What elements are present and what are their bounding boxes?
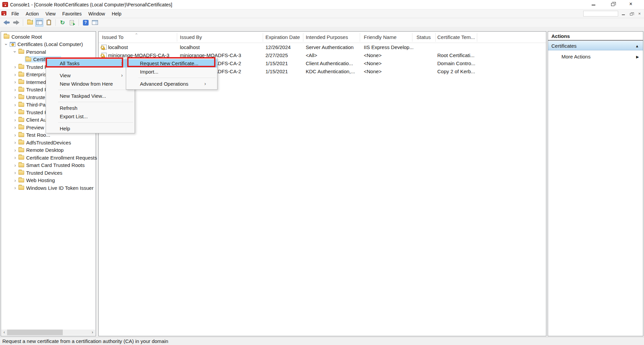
column-header-issued-to[interactable]: Issued To: [102, 32, 123, 43]
column-separator[interactable]: [263, 33, 263, 42]
menu-item-label: New Window from Here: [60, 81, 113, 87]
menu-window[interactable]: Window: [85, 9, 108, 18]
expand-icon[interactable]: ›: [12, 110, 18, 115]
expand-icon[interactable]: ›: [12, 140, 18, 145]
menu-item-export-list[interactable]: Export List...: [46, 112, 135, 121]
expand-icon[interactable]: ›: [12, 155, 18, 160]
folder-icon: [18, 80, 24, 84]
collapse-group-icon[interactable]: ▲: [635, 42, 639, 50]
menu-view[interactable]: View: [42, 9, 59, 18]
expand-icon[interactable]: ›: [12, 163, 18, 168]
column-header-expiration-date[interactable]: Expiration Date: [265, 32, 300, 43]
menu-item-refresh[interactable]: Refresh: [46, 104, 135, 112]
help-icon[interactable]: ?: [82, 18, 90, 27]
expand-icon[interactable]: ›: [12, 72, 18, 77]
up-one-level-icon[interactable]: ↑: [26, 18, 34, 27]
expand-icon[interactable]: ›: [12, 185, 18, 190]
minimize-button[interactable]: [584, 0, 603, 9]
mmc-app-icon: [2, 2, 8, 7]
child-restore-button[interactable]: [628, 11, 635, 17]
tree-item-certificates-local-computer[interactable]: ›Certificates (Local Computer): [1, 41, 96, 48]
scrollbar-thumb[interactable]: [7, 330, 63, 335]
menu-item-advanced-operations[interactable]: Advanced Operations›: [126, 80, 217, 88]
more-actions-label: More Actions: [561, 54, 591, 59]
menu-item-new-taskpad-view[interactable]: New Taskpad View...: [46, 92, 135, 100]
column-separator[interactable]: [303, 33, 303, 42]
expand-icon[interactable]: ›: [12, 147, 18, 153]
tree-item-remote-desktop[interactable]: ›Remote Desktop: [1, 146, 96, 154]
tree-node-content: Smart Card Trusted Roots: [18, 162, 85, 168]
menu-item-help[interactable]: Help: [46, 124, 135, 133]
show-console-tree-icon[interactable]: [35, 18, 43, 27]
child-close-button[interactable]: ×: [636, 11, 643, 17]
folder-icon: [18, 125, 24, 129]
column-separator[interactable]: [360, 33, 360, 42]
tree-node-content: Third-Pa: [18, 102, 46, 107]
expand-icon[interactable]: ›: [12, 117, 18, 123]
close-button[interactable]: ×: [623, 0, 642, 9]
clipboard-icon[interactable]: [45, 18, 53, 27]
restore-button[interactable]: [603, 0, 623, 9]
column-separator[interactable]: [412, 33, 412, 42]
expand-icon[interactable]: ›: [12, 125, 18, 130]
expand-icon[interactable]: ›: [12, 64, 18, 70]
column-header-intended-purposes[interactable]: Intended Purposes: [306, 32, 348, 43]
scroll-right-icon[interactable]: ›: [90, 330, 95, 335]
menu-file[interactable]: File: [8, 9, 22, 18]
expand-icon[interactable]: ›: [12, 170, 18, 175]
tree-item-trusted-devices[interactable]: ›Trusted Devices: [1, 169, 96, 177]
folder-icon: [18, 133, 24, 137]
tree-node-content: Trusted Devices: [18, 170, 62, 176]
tree-item-personal[interactable]: ›Personal: [1, 48, 96, 56]
menu-favorites[interactable]: Favorites: [59, 9, 85, 18]
tree-node-content: Console Root: [4, 34, 42, 40]
tree-item-smart-card-trusted-roots[interactable]: ›Smart Card Trusted Roots: [1, 162, 96, 169]
expand-icon[interactable]: ›: [12, 94, 18, 100]
minimize-icon: [592, 5, 595, 5]
tree-item-windows-live-id-token-issuer[interactable]: ›Windows Live ID Token Issuer: [1, 184, 96, 192]
forward-icon[interactable]: [12, 18, 20, 27]
export-list-icon[interactable]: [68, 18, 76, 27]
menu-item-new-window-from-here[interactable]: New Window from Here: [46, 80, 135, 88]
tree-node-content: Trusted P: [18, 110, 48, 115]
certificate-row[interactable]: localhostlocalhost12/26/2024Server Authe…: [99, 43, 546, 51]
expand-icon[interactable]: ›: [12, 79, 18, 85]
menu-item-import[interactable]: Import...: [126, 68, 217, 76]
tree-item-label: Smart Card Trusted Roots: [26, 162, 85, 168]
column-header-friendly-name[interactable]: Friendly Name: [364, 32, 397, 43]
show-actions-pane-icon[interactable]: [91, 18, 99, 27]
tree-item-certificate-enrollment-requests[interactable]: ›Certificate Enrollment Requests: [1, 154, 96, 162]
tree-item-adfstrusteddevices[interactable]: ›AdfsTrustedDevices: [1, 139, 96, 146]
column-header-certificate-tem[interactable]: Certificate Tem...: [437, 32, 475, 43]
annotation-box-request-new-certificate: [127, 57, 215, 67]
column-separator[interactable]: [177, 33, 177, 42]
tree-item-web-hosting[interactable]: ›Web Hosting: [1, 177, 96, 184]
refresh-icon[interactable]: ↻: [58, 18, 66, 27]
menu-item-view[interactable]: View›: [46, 71, 135, 80]
cell-issued-to: localhost: [108, 43, 128, 51]
more-actions-item[interactable]: More Actions ▶: [548, 52, 643, 61]
column-header-status[interactable]: Status: [416, 32, 431, 43]
collapse-icon[interactable]: ›: [4, 42, 9, 47]
expand-icon[interactable]: ›: [12, 178, 18, 183]
tree-horizontal-scrollbar[interactable]: ‹ ›: [1, 330, 95, 335]
folder-icon: [18, 186, 24, 190]
submenu-arrow-icon: ›: [121, 71, 123, 80]
certificate-icon: [101, 53, 107, 58]
folder-icon: [18, 95, 24, 99]
column-separator[interactable]: [435, 33, 436, 42]
folder-icon: [18, 110, 24, 114]
column-separator[interactable]: [477, 33, 477, 42]
expand-icon[interactable]: ›: [12, 87, 18, 92]
column-header-issued-by[interactable]: Issued By: [180, 32, 202, 43]
tree-item-console-root[interactable]: Console Root: [1, 33, 96, 41]
menu-help[interactable]: Help: [108, 9, 125, 18]
back-icon[interactable]: [3, 18, 11, 27]
expand-icon[interactable]: ›: [12, 132, 18, 138]
menu-action[interactable]: Action: [22, 9, 42, 18]
expand-icon[interactable]: ›: [12, 102, 18, 107]
collapse-icon[interactable]: ›: [12, 49, 18, 54]
scroll-left-icon[interactable]: ‹: [1, 330, 7, 335]
child-minimize-button[interactable]: [620, 11, 627, 17]
actions-group-certificates[interactable]: Certificates ▲: [548, 41, 643, 50]
